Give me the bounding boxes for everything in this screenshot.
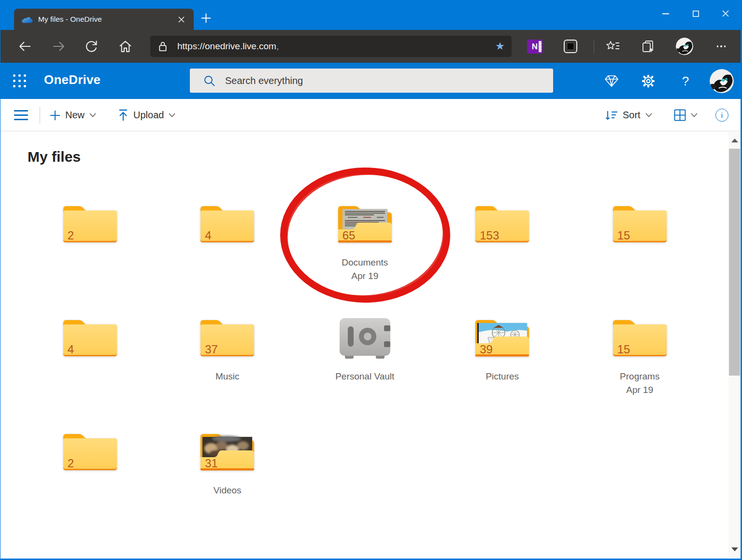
- item-count: 2: [68, 230, 74, 241]
- onedrive-cloud-icon: [22, 16, 33, 23]
- item-count: 65: [342, 230, 356, 241]
- item-count: 2: [68, 458, 74, 469]
- plus-icon: [50, 110, 60, 121]
- window-controls: [651, 0, 741, 27]
- folder-name: Personal Vault: [335, 370, 394, 383]
- folder-icon-with-thumbnail: 39: [473, 318, 531, 358]
- new-tab-button[interactable]: [198, 11, 214, 25]
- command-bar-divider: [40, 107, 40, 124]
- folder-icon: 15: [611, 318, 669, 358]
- folder-name: Programs: [620, 370, 659, 383]
- capture-inner-square: [568, 43, 573, 49]
- upload-icon: [118, 109, 128, 121]
- scroll-down-arrow-icon[interactable]: [731, 547, 738, 551]
- maximize-button[interactable]: [681, 0, 711, 27]
- chevron-down-icon: [89, 113, 96, 117]
- folder-icon-with-thumbnail: 65: [336, 204, 394, 244]
- menu-hamburger-icon[interactable]: [14, 110, 28, 120]
- folder-tile[interactable]: 2: [21, 432, 159, 546]
- collections-icon[interactable]: [640, 39, 656, 54]
- item-count: 15: [617, 230, 630, 241]
- browser-tab[interactable]: My files - OneDrive: [14, 9, 194, 30]
- grid-view-icon: [674, 109, 686, 121]
- address-bar[interactable]: https://onedrive.live.com, ★: [150, 36, 512, 57]
- folder-icon: 15: [611, 204, 669, 244]
- lock-icon: [158, 41, 168, 52]
- close-button[interactable]: [711, 0, 741, 27]
- personal-vault-icon: [337, 318, 393, 358]
- onenote-letter: N: [532, 42, 538, 52]
- page-title: My files: [28, 149, 81, 165]
- minimize-button[interactable]: [651, 0, 681, 27]
- folder-tile[interactable]: 4: [21, 318, 159, 432]
- folder-tile-pictures[interactable]: 39 Pictures: [434, 318, 571, 432]
- account-avatar[interactable]: [710, 69, 734, 93]
- scrollbar-thumb[interactable]: [729, 149, 740, 376]
- back-button[interactable]: [17, 39, 32, 54]
- item-count: 4: [68, 344, 74, 355]
- folder-date: Apr 19: [351, 269, 378, 283]
- forward-button[interactable]: [51, 39, 66, 54]
- browser-menu-button[interactable]: [713, 39, 730, 54]
- search-icon: [203, 75, 215, 87]
- browser-window: My files - OneDrive: [0, 0, 742, 560]
- folder-tile[interactable]: 153: [434, 204, 571, 318]
- new-button[interactable]: New: [50, 99, 96, 131]
- item-count: 31: [205, 458, 218, 469]
- sort-button[interactable]: Sort: [605, 99, 652, 131]
- app-launcher-icon[interactable]: [13, 74, 26, 87]
- favorite-star-icon[interactable]: ★: [495, 41, 505, 52]
- sort-icon: [605, 110, 618, 121]
- folder-icon: 2: [61, 432, 119, 472]
- folder-tile[interactable]: 4: [159, 204, 297, 318]
- folder-tile-programs[interactable]: 15 Programs Apr 19: [571, 318, 709, 432]
- toolbar-divider: [594, 40, 594, 53]
- browser-toolbar: https://onedrive.live.com, ★ N: [0, 30, 741, 63]
- scroll-up-arrow-icon[interactable]: [731, 139, 738, 142]
- folder-name: Documents: [342, 256, 388, 269]
- web-capture-extension-icon[interactable]: [564, 40, 577, 53]
- folder-icon: 37: [199, 318, 256, 358]
- folder-icon: 2: [61, 204, 119, 244]
- item-count: 15: [617, 344, 630, 355]
- onedrive-header: OneDrive: [0, 63, 741, 99]
- folder-name: Videos: [214, 484, 242, 497]
- chevron-down-icon: [169, 113, 175, 117]
- folder-icon: 4: [61, 318, 119, 358]
- upload-button[interactable]: Upload: [118, 99, 175, 131]
- folder-icon: 153: [473, 204, 531, 244]
- settings-gear-icon[interactable]: [640, 73, 656, 89]
- premium-diamond-icon[interactable]: [603, 73, 620, 89]
- personal-vault-tile[interactable]: Personal Vault: [296, 318, 434, 432]
- chevron-down-icon: [691, 113, 698, 117]
- browser-profile-avatar[interactable]: [676, 38, 693, 55]
- item-count: 39: [480, 344, 493, 355]
- file-grid: 2 4 65 Documents Apr 19: [21, 204, 709, 546]
- browser-titlebar: My files - OneDrive: [0, 0, 741, 30]
- folder-tile[interactable]: 15: [571, 204, 709, 318]
- folder-icon-with-thumbnail: 31: [199, 432, 256, 472]
- help-icon[interactable]: ?: [677, 73, 694, 89]
- onenote-extension-icon[interactable]: N: [527, 40, 542, 54]
- search-input[interactable]: [225, 75, 515, 86]
- favorites-hub-icon[interactable]: [605, 39, 621, 54]
- details-pane-info-button[interactable]: i: [715, 109, 728, 122]
- folder-tile[interactable]: 2: [21, 204, 159, 318]
- folder-tile-music[interactable]: 37 Music: [159, 318, 297, 432]
- url-text: https://onedrive.live.com,: [177, 41, 495, 52]
- folder-tile-documents[interactable]: 65 Documents Apr 19: [296, 204, 434, 318]
- home-button[interactable]: [117, 39, 133, 54]
- refresh-button[interactable]: [84, 39, 99, 54]
- folder-name: Pictures: [485, 370, 519, 383]
- onedrive-logo[interactable]: OneDrive: [44, 72, 100, 87]
- tab-close-button[interactable]: [174, 13, 188, 26]
- folder-tile-videos[interactable]: 31 Videos: [159, 432, 297, 546]
- folder-name: Music: [215, 370, 240, 383]
- tab-title: My files - OneDrive: [38, 15, 174, 24]
- folder-icon: 4: [199, 204, 256, 244]
- view-toggle-button[interactable]: [674, 99, 698, 131]
- folder-date: Apr 19: [626, 383, 653, 397]
- chevron-down-icon: [645, 113, 652, 117]
- search-box[interactable]: [190, 69, 553, 93]
- vertical-scrollbar[interactable]: [728, 132, 741, 558]
